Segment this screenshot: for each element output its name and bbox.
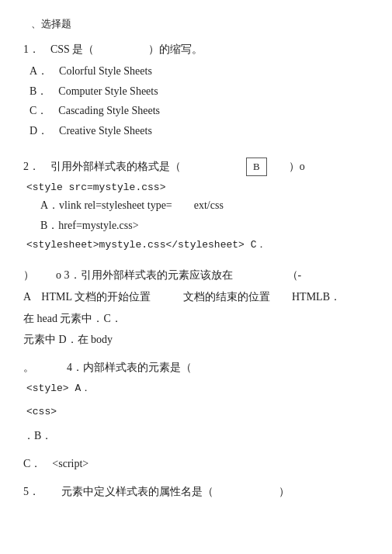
option-1d: D． Creative Style Sheets: [23, 122, 369, 140]
option-4b2: ．B．: [23, 427, 369, 445]
question-3-line4: 元素中 D．在 body: [23, 331, 369, 349]
question-3-line3: 在 head 元素中．C．: [23, 310, 369, 328]
option-4a: <style> A．: [23, 380, 369, 397]
question-3-line2: A HTML 文档的开始位置 文档的结束的位置 HTMLB．: [23, 288, 369, 306]
answer-2: B: [246, 158, 267, 176]
question-2: 2． 引用外部样式表的格式是（ B ）o <style src=mystyle.…: [23, 158, 369, 254]
question-2-text: 2． 引用外部样式表的格式是（ B ）o: [23, 158, 369, 176]
option-4c: C． <script>: [23, 455, 369, 473]
option-1b: B． Computer Style Sheets: [23, 82, 369, 101]
question-1-text: 1． CSS 是（ ）的缩写。: [23, 40, 369, 59]
option-1a: A． Colorful Style Sheets: [23, 62, 369, 81]
option-2a: A．vlink rel=stylesheet type= ext/css: [23, 196, 369, 215]
question-4-text: 。 4．内部样式表的元素是（: [23, 358, 369, 377]
question-3-line1: ） o 3．引用外部样式表的元素应该放在 （-: [23, 266, 369, 285]
option-4b: <css>: [23, 403, 369, 421]
option-1c: C． Cascading Style Sheets: [23, 102, 369, 120]
option-2c: <stylesheet>mystyle.css</stylesheet> C．: [23, 237, 369, 254]
option-2b: B．href=mystyle.css>: [23, 216, 369, 235]
question-1: 1． CSS 是（ ）的缩写。 A． Colorful Style Sheets…: [23, 40, 369, 140]
question-5-text: 5． 元素中定义样式表的属性名是（ ）: [23, 483, 369, 501]
section-title: 、选择题: [23, 16, 369, 33]
question-2-code: <style src=mystyle.css>: [23, 179, 369, 196]
